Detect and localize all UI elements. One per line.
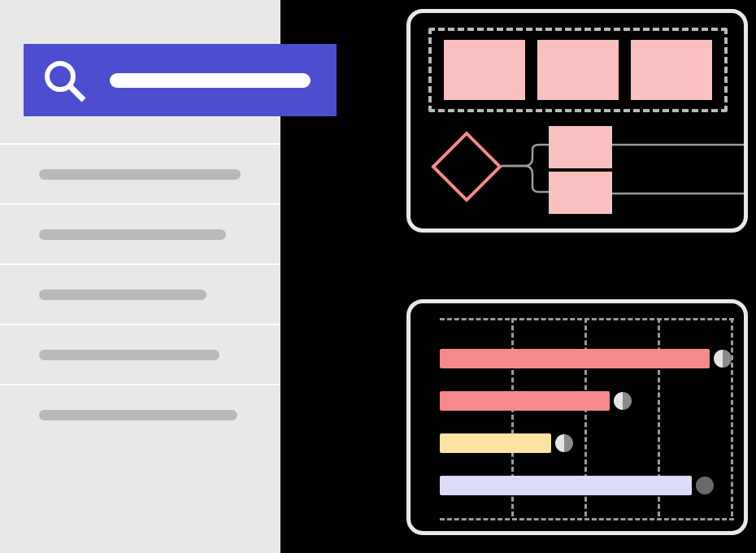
svg-point-0 bbox=[47, 63, 73, 89]
sidebar-list bbox=[0, 143, 280, 444]
search-icon bbox=[41, 58, 87, 103]
bar-end-marker bbox=[696, 477, 714, 494]
svg-line-1 bbox=[70, 86, 84, 100]
flow-node[interactable] bbox=[444, 40, 525, 100]
bar[interactable] bbox=[440, 391, 610, 411]
bar[interactable] bbox=[440, 476, 692, 495]
gridline-v bbox=[731, 318, 733, 516]
flow-node[interactable] bbox=[549, 126, 612, 168]
flow-node[interactable] bbox=[631, 40, 712, 100]
flow-node[interactable] bbox=[537, 40, 619, 100]
search-input[interactable] bbox=[110, 73, 311, 88]
bar[interactable] bbox=[440, 349, 710, 368]
bar-end-marker bbox=[614, 392, 632, 410]
flowchart-group bbox=[428, 28, 728, 112]
bar-end-marker bbox=[555, 434, 573, 452]
list-item-text bbox=[39, 410, 237, 420]
list-item-text bbox=[39, 169, 241, 180]
list-item[interactable] bbox=[0, 325, 280, 384]
bar-end-marker bbox=[714, 350, 732, 368]
bar[interactable] bbox=[440, 433, 551, 453]
gridline-h bbox=[440, 318, 734, 320]
list-item-text bbox=[39, 350, 219, 360]
barchart-card bbox=[406, 299, 748, 535]
flow-decision[interactable] bbox=[431, 131, 502, 202]
search-bar[interactable] bbox=[24, 44, 337, 116]
chart-area bbox=[440, 318, 734, 516]
list-item[interactable] bbox=[0, 145, 280, 203]
flow-node[interactable] bbox=[549, 172, 612, 214]
list-item[interactable] bbox=[0, 265, 280, 324]
flowchart-card bbox=[406, 9, 748, 233]
list-item-text bbox=[39, 290, 206, 300]
list-item[interactable] bbox=[0, 205, 280, 263]
list-item-text bbox=[39, 229, 226, 240]
list-item[interactable] bbox=[0, 385, 280, 444]
gridline-h bbox=[440, 518, 734, 520]
